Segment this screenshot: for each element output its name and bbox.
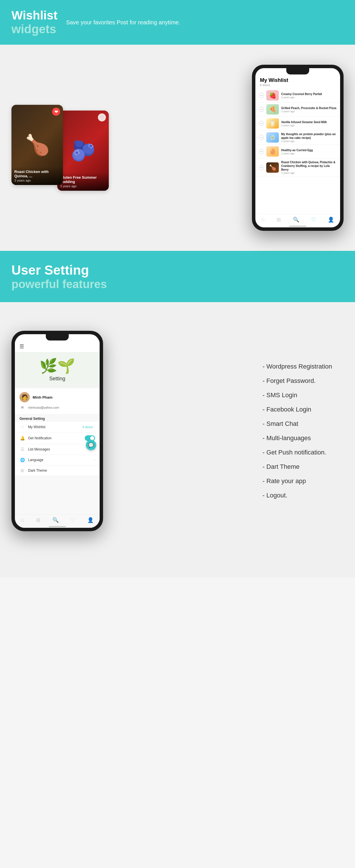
nav-search-icon-2[interactable]: 🔍 [53,517,59,523]
nav-grid-icon[interactable]: ⊞ [277,217,281,223]
item-info-1: Creamy Coconut Berry Parfait 3 years ago [281,92,322,99]
leaves-decoration: 🌿🌱 [39,358,75,374]
pudding-time: 3 years ago [60,184,106,188]
dark-theme-icon: ⊞ [20,468,25,473]
feature-item-5: - Multi-languages [262,434,332,442]
feature-item-9: - Logout. [262,492,332,499]
item-info-3: Vanilla Infused Sesame Seed Milk 3 years… [281,120,327,127]
item-info-2: Grilled Peach, Prosciutto & Rocket Pizza… [281,106,336,113]
feature-item-3: - Facebook Login [262,406,332,413]
messages-label: List Messages [28,447,94,451]
item-info-4: My thoughts on protein powder (plus an a… [281,132,337,143]
remove-button[interactable]: − [259,135,264,140]
item-age-5: 2 years ago [281,152,313,155]
wishlist-item[interactable]: − 🍓 Creamy Coconut Berry Parfait 3 years… [255,89,340,102]
item-age-3: 3 years ago [281,124,327,127]
item-thumb-1: 🍓 [266,90,279,100]
item-age-2: 3 years ago [281,110,336,113]
user-setting-content: ☰ 🌿🌱 Setting 🧑 Minh Pham ✉ minhcasi@yaho… [0,302,355,560]
wishlist-item[interactable]: − 🍵 My thoughts on protein powder (plus … [255,131,340,145]
chevron-icon: › [94,425,95,429]
wishlist-title-line1: Wishlist [11,8,58,22]
setting-item-dark-theme[interactable]: ⊞ Dark Theme [15,465,100,476]
setting-app: ☰ 🌿🌱 Setting 🧑 Minh Pham ✉ minhcasi@yaho… [15,341,100,528]
messages-icon: ☰ [20,447,25,452]
wishlist-item[interactable]: − 🥛 Vanilla Infused Sesame Seed Milk 3 y… [255,117,340,131]
wishlist-item[interactable]: − 🍕 Grilled Peach, Prosciutto & Rocket P… [255,102,340,117]
wishlist-title-line2: widgets [11,22,58,36]
setting-item-language[interactable]: 🌐 Language › 💬 [15,455,100,465]
pudding-emoji: 🫐 [71,139,96,162]
language-label: Language [28,458,94,462]
setting-app-top: ☰ [15,341,100,352]
nav-home-icon-2[interactable]: ⌂ [21,517,24,523]
feature-item-1: - Forget Password. [262,377,332,384]
wishlist-content: 🍗 ❤ Roast Chicken with Quinoa, ... 3 yea… [0,45,355,251]
phone-notch [286,68,309,74]
feature-item-4: - Smart Chat [262,420,332,428]
setting-phone-screen: ☰ 🌿🌱 Setting 🧑 Minh Pham ✉ minhcasi@yaho… [15,334,100,528]
nav-profile-icon-2[interactable]: 👤 [87,517,94,523]
nav-profile-icon[interactable]: 👤 [328,217,334,223]
wishlist-subtitle: Save your favorites Post for reading any… [66,19,181,26]
heart-icon-filled[interactable]: ❤ [52,108,60,116]
wishlist-app-header: My Wishlist 6 items [255,74,340,89]
bottom-spacer [0,560,355,577]
item-name-6: Roast Chicken with Quinoa, Pistachio & C… [281,160,337,172]
feature-item-2: - SMS Login [262,392,332,399]
wishlist-badge: 6 items [83,425,93,429]
feature-item-0: - Wordpress Registration [262,363,332,370]
chat-fab-button[interactable]: 💬 [86,440,96,450]
dark-theme-label: Dark Theme [28,468,95,472]
user-name: Minh Pham [33,395,53,400]
remove-button[interactable]: − [259,121,264,126]
user-row: 🧑 Minh Pham [20,392,95,402]
nav-wishlist-icon[interactable]: ♡ [311,217,316,223]
wishlist-item[interactable]: − 🍗 Roast Chicken with Quinoa, Pistachio… [255,159,340,177]
item-info-6: Roast Chicken with Quinoa, Pistachio & C… [281,160,337,175]
nav-search-icon[interactable]: 🔍 [293,217,299,223]
item-thumb-6: 🍗 [266,162,279,173]
food-card-pudding[interactable]: 🫐 ♡ Gluten Free Summer Pudding 3 years a… [57,111,109,191]
item-age-4: 3 years ago [281,140,337,143]
item-age-6: 3 years ago [281,172,337,175]
setting-phone-mockup: ☰ 🌿🌱 Setting 🧑 Minh Pham ✉ minhcasi@yaho… [11,331,103,531]
chicken-emoji: 🍗 [25,133,50,157]
item-name-3: Vanilla Infused Sesame Seed Milk [281,120,327,124]
item-name-4: My thoughts on protein powder (plus an a… [281,132,337,140]
remove-button[interactable]: − [259,165,264,170]
bottom-nav: ⌂ ⊞ 🔍 ♡ 👤 [255,214,340,225]
bottom-nav-2: ⌂ ⊞ 🔍 ♡ 👤 [15,514,100,526]
remove-button[interactable]: − [259,93,264,98]
feature-item-7: - Dart Theme [262,463,332,470]
chevron-icon-3: › [94,458,95,462]
user-setting-title-line2: powerful features [11,278,344,291]
wishlist-phone-screen: My Wishlist 6 items − 🍓 Creamy Coconut B… [255,68,340,227]
nav-home-icon[interactable]: ⌂ [261,217,264,223]
item-name-5: Healthy-as Curried Egg [281,148,313,152]
remove-button[interactable]: − [259,107,264,112]
item-thumb-2: 🍕 [266,104,279,115]
general-setting-label: General Setting [15,414,100,422]
food-card-chicken[interactable]: 🍗 ❤ Roast Chicken with Quinoa, ... 3 yea… [11,105,63,185]
setting-item-wishlist[interactable]: ♡ My Wishlist 6 items › [15,422,100,432]
item-thumb-4: 🍵 [266,132,279,143]
phone-notch-2 [46,334,69,341]
wishlist-item[interactable]: − 🥚 Healthy-as Curried Egg 2 years ago [255,145,340,159]
food-card-pudding-info: Gluten Free Summer Pudding 3 years ago [57,173,109,191]
user-setting-header: User Setting powerful features [0,251,355,302]
hamburger-icon[interactable]: ☰ [20,343,95,350]
item-thumb-5: 🥚 [266,146,279,157]
item-age-1: 3 years ago [281,96,322,99]
notification-label: Get Notification [28,436,85,440]
features-list: - Wordpress Registration - Forget Passwo… [251,351,344,510]
user-avatar: 🧑 [20,392,30,402]
wishlist-app-title: My Wishlist [260,77,335,83]
remove-button[interactable]: − [259,149,264,154]
heart-icon-outline[interactable]: ♡ [98,114,106,121]
wishlist-icon: ♡ [20,425,25,429]
item-info-5: Healthy-as Curried Egg 2 years ago [281,148,313,155]
nav-wishlist-icon-2[interactable]: ♡ [71,517,75,523]
feature-item-8: - Rate your app [262,477,332,485]
nav-grid-icon-2[interactable]: ⊞ [36,517,40,523]
